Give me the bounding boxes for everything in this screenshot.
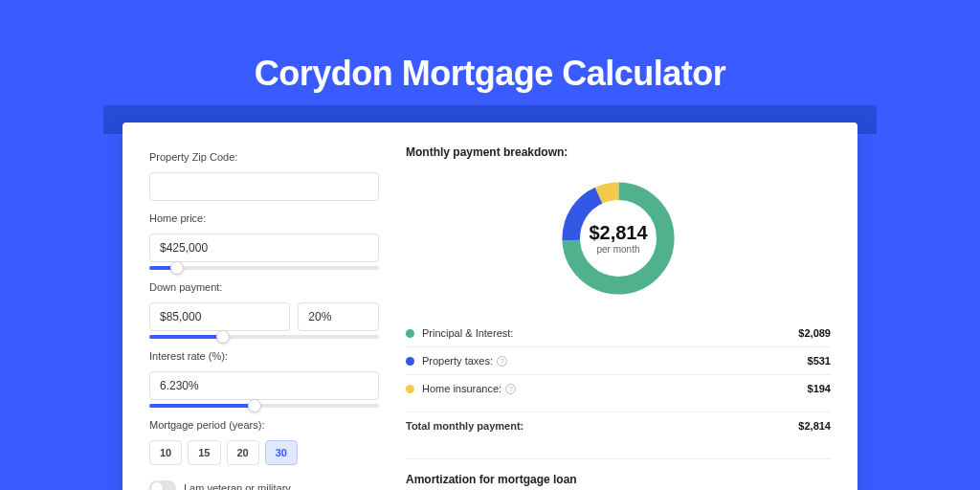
legend-swatch [406,329,414,338]
down-payment-slider[interactable] [149,335,379,339]
veteran-row: I am veteran or military [149,480,379,490]
page-title: Corydon Mortgage Calculator [255,54,726,94]
veteran-label: I am veteran or military [184,482,291,490]
veteran-toggle[interactable] [149,480,176,490]
breakdown-title: Monthly payment breakdown: [406,145,831,159]
interest-label: Interest rate (%): [149,350,379,362]
zip-label: Property Zip Code: [149,151,379,163]
donut-amount: $2,814 [589,222,647,244]
down-payment-input[interactable] [149,302,290,331]
donut-wrap: $2,814 per month [406,176,831,301]
legend: Principal & Interest:$2,089Property taxe… [406,320,831,402]
amortization-title: Amortization for mortgage loan [406,458,831,486]
legend-value: $2,089 [798,327,831,339]
down-payment-slider-thumb[interactable] [216,330,230,344]
legend-swatch [406,385,414,393]
interest-slider[interactable] [149,404,379,408]
legend-label: Property taxes:? [422,355,808,367]
period-button-15[interactable]: 15 [188,440,220,465]
help-icon[interactable]: ? [505,384,516,394]
donut-center: $2,814 per month [556,176,680,301]
calculator-card: Property Zip Code: Home price: Down paym… [122,122,858,490]
legend-total-value: $2,814 [798,420,831,432]
legend-swatch [406,357,414,366]
breakdown-column: Monthly payment breakdown: $2,814 per mo… [406,145,831,490]
legend-value: $531 [808,355,831,367]
period-label: Mortgage period (years): [149,419,379,431]
home-price-label: Home price: [149,212,379,224]
legend-label: Principal & Interest: [422,327,798,339]
period-button-30[interactable]: 30 [265,440,298,465]
help-icon[interactable]: ? [497,356,507,367]
legend-row-2: Home insurance:?$194 [406,374,831,402]
period-row: 10152030 [149,440,379,465]
home-price-slider-thumb[interactable] [170,261,184,275]
page-stage: Corydon Mortgage Calculator Property Zip… [0,0,980,490]
down-payment-label: Down payment: [149,281,379,293]
down-payment-pct-input[interactable] [298,302,379,331]
home-price-slider[interactable] [149,266,379,270]
down-payment-row [149,302,379,331]
donut-sublabel: per month [596,244,639,255]
zip-input[interactable] [149,172,379,201]
interest-input[interactable] [149,371,379,400]
legend-row-0: Principal & Interest:$2,089 [406,320,831,346]
legend-total-row: Total monthly payment: $2,814 [406,412,831,439]
legend-total-label: Total monthly payment: [406,420,798,432]
period-button-10[interactable]: 10 [149,440,182,465]
form-column: Property Zip Code: Home price: Down paym… [149,145,379,490]
period-button-20[interactable]: 20 [227,440,259,465]
legend-label: Home insurance:? [422,383,808,394]
down-payment-slider-fill [149,335,223,339]
payment-donut-chart: $2,814 per month [556,176,680,301]
interest-slider-thumb[interactable] [248,399,261,412]
home-price-input[interactable] [149,234,379,262]
legend-row-1: Property taxes:?$531 [406,346,831,374]
legend-value: $194 [808,383,831,394]
interest-slider-fill [149,404,255,408]
